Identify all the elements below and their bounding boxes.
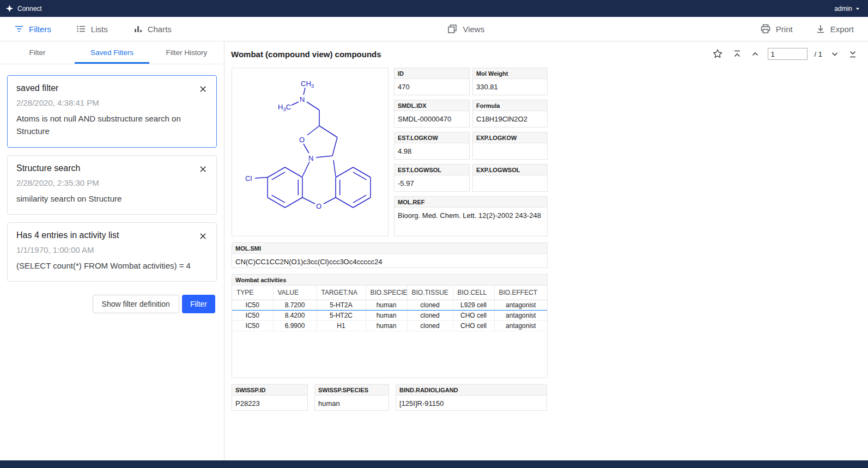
atom-label-n-methyl-top: CH3 [301, 80, 314, 89]
user-name: admin [834, 5, 852, 13]
lists-label: Lists [91, 25, 108, 34]
close-icon [199, 165, 207, 173]
saved-filter-list: saved filter 2/28/2020, 4:38:41 PM Atoms… [0, 64, 224, 282]
filters-label: Filters [29, 25, 51, 34]
atom-label-ring-n: N [308, 154, 313, 162]
charts-button[interactable]: Charts [133, 24, 172, 34]
saved-filter-name: saved filter [16, 83, 192, 93]
molecule-structure: CH3 N H3C O N Cl O [232, 68, 388, 236]
atom-label-ring-o: O [299, 136, 305, 144]
field-swissp-species: SWISSP.SPECIES human [314, 384, 389, 411]
field-id: ID 470 [394, 68, 470, 95]
field-exp-logwsol: EXP.LOGWSOL [472, 164, 548, 192]
filters-sidebar: Filter Saved Filters Filter History save… [0, 41, 224, 460]
saved-filter-card[interactable]: Has 4 entries in activity list 1/1/1970,… [7, 222, 217, 282]
chevron-up-icon [751, 50, 760, 58]
tab-saved-filters[interactable]: Saved Filters [75, 41, 149, 64]
field-mol-weight: Mol Weight 330.81 [472, 68, 548, 95]
page-title: Wombat (compound view) compounds [231, 50, 711, 59]
print-label: Print [776, 25, 793, 34]
atom-label-amine-n: N [300, 95, 305, 104]
atom-label-bridge-o: O [316, 202, 321, 210]
app-window: Connect admin Filters Lists [0, 0, 868, 468]
tab-filter[interactable]: Filter [0, 41, 75, 64]
caret-down-icon [855, 6, 860, 11]
compound-view-header: Wombat (compound view) compounds [224, 41, 868, 66]
close-saved-filter-button[interactable] [198, 164, 208, 174]
activity-row[interactable]: IC50 8.7200 5-HT2A human cloned L929 cel… [232, 300, 547, 311]
close-saved-filter-button[interactable] [198, 84, 208, 94]
collapse-top-icon [733, 50, 742, 58]
activities-title: Wombat activities [232, 275, 547, 285]
list-icon [76, 24, 86, 34]
saved-filter-description: Atoms is not null AND substructure searc… [16, 112, 192, 138]
app-name: Connect [17, 5, 42, 13]
last-record-button[interactable] [847, 48, 858, 59]
next-record-button[interactable] [829, 48, 840, 59]
app-brand: Connect [5, 4, 42, 13]
favorite-button[interactable] [711, 47, 725, 61]
lists-button[interactable]: Lists [76, 24, 108, 34]
field-smdl-idx: SMDL.IDX SMDL-00000470 [394, 100, 470, 127]
field-est-logwsol: EST.LOGWSOL -5.97 [394, 164, 470, 192]
field-mol-smi: MOL.SMI CN(C)CC1CC2N(O1)c3cc(Cl)ccc3Oc4c… [232, 242, 548, 268]
user-menu[interactable]: admin [834, 5, 860, 13]
close-icon [199, 232, 207, 240]
activities-header-row: TYPE VALUE TARGET.NA BIO.SPECIE BIO.TISS… [232, 285, 547, 300]
show-filter-definition-button[interactable]: Show filter definition [93, 295, 179, 313]
download-icon [816, 24, 825, 34]
views-button[interactable]: Views [447, 23, 484, 34]
field-est-logkow: EST.LOGKOW 4.98 [394, 132, 470, 160]
export-button[interactable]: Export [816, 24, 854, 34]
star-icon [712, 48, 724, 60]
app-logo-icon [5, 4, 14, 13]
expand-bottom-icon [848, 50, 857, 58]
saved-filter-card[interactable]: Structure search 2/28/2020, 2:35:30 PM s… [7, 155, 217, 215]
views-layers-icon [447, 23, 458, 34]
footer-bar [0, 460, 868, 468]
filter-icon [14, 24, 24, 34]
saved-filter-name: Structure search [16, 163, 192, 173]
filter-tabs: Filter Saved Filters Filter History [0, 41, 224, 64]
chevron-down-icon [830, 50, 839, 58]
first-record-button[interactable] [732, 48, 743, 59]
saved-filter-timestamp: 2/28/2020, 2:35:30 PM [16, 178, 192, 187]
compound-record: CH3 N H3C O N Cl O ID [224, 66, 868, 460]
tab-filter-history[interactable]: Filter History [149, 41, 224, 64]
close-saved-filter-button[interactable] [198, 231, 208, 241]
field-formula: Formula C18H19ClN2O2 [472, 100, 548, 127]
field-bind-radioligand: BIND.RADIOLIGAND [125I]R-91150 [396, 384, 547, 411]
compound-view-panel: Wombat (compound view) compounds [224, 41, 868, 460]
activities-table: TYPE VALUE TARGET.NA BIO.SPECIE BIO.TISS… [232, 285, 547, 331]
toolbar: Filters Lists Charts [0, 17, 868, 41]
titlebar: Connect admin [0, 0, 868, 17]
activity-row[interactable]: IC50 8.4200 5-HT2C human cloned CHO cell… [232, 311, 547, 321]
field-exp-logkow: EXP.LOGKOW [472, 132, 548, 160]
page-total: / 1 [815, 50, 822, 58]
filter-button[interactable]: Filter [182, 295, 215, 313]
structure-field: CH3 N H3C O N Cl O [232, 68, 389, 236]
close-icon [199, 85, 207, 93]
filter-actions: Show filter definition Filter [0, 282, 224, 313]
filters-button[interactable]: Filters [14, 24, 51, 34]
field-swissp-id: SWISSP.ID P28223 [232, 384, 308, 411]
printer-icon [760, 23, 771, 34]
views-label: Views [463, 25, 484, 34]
charts-label: Charts [148, 25, 172, 34]
record-pager: / 1 [711, 47, 858, 61]
saved-filter-description: similarity search on Structure [16, 192, 192, 205]
previous-record-button[interactable] [750, 48, 761, 59]
activities-field: Wombat activities TYPE VALUE TARGET.NA B… [232, 274, 548, 378]
export-label: Export [830, 25, 854, 34]
saved-filter-card[interactable]: saved filter 2/28/2020, 4:38:41 PM Atoms… [7, 75, 217, 148]
saved-filter-description: (SELECT count(*) FROM Wombat activities)… [16, 259, 192, 272]
saved-filter-timestamp: 2/28/2020, 4:38:41 PM [16, 98, 192, 107]
field-mol-ref: MOL.REF Bioorg. Med. Chem. Lett. 12(2)-2… [394, 196, 548, 236]
print-button[interactable]: Print [760, 23, 793, 34]
saved-filter-name: Has 4 entries in activity list [16, 230, 192, 240]
bar-chart-icon [133, 24, 143, 34]
saved-filter-timestamp: 1/1/1970, 1:00:00 AM [16, 245, 192, 254]
page-input[interactable] [768, 48, 808, 60]
atom-label-n-methyl-left: H3C [278, 103, 291, 112]
activity-row[interactable]: IC50 6.9900 H1 human cloned CHO cell ant… [232, 321, 547, 331]
